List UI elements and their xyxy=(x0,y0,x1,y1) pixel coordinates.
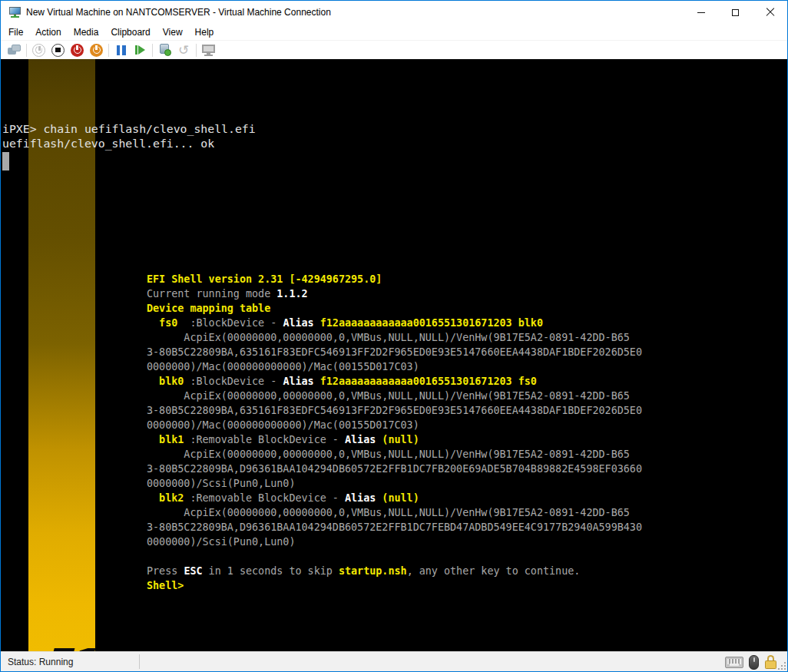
resize-grip[interactable] xyxy=(778,662,786,670)
console-line: 3-80B5C22809BA,635161F83EDFC546913FF2D2F… xyxy=(147,345,642,359)
keyboard-indicator-icon xyxy=(725,657,743,668)
console-line: EFI Shell version 2.31 [-4294967295.0] xyxy=(147,272,642,286)
minimize-button[interactable] xyxy=(684,1,718,24)
ctrl-alt-del-button[interactable] xyxy=(5,41,24,59)
console-line: blk1 :Removable BlockDevice - Alias (nul… xyxy=(147,432,642,447)
reset-button[interactable] xyxy=(131,41,150,59)
close-button[interactable] xyxy=(753,1,787,24)
checkpoint-button[interactable] xyxy=(155,41,174,59)
efi-shell-output: EFI Shell version 2.31 [-4294967295.0]Cu… xyxy=(147,272,642,593)
power-start-icon xyxy=(32,44,45,57)
console-line: 0000000)/Mac(000000000000)/Mac(00155D017… xyxy=(147,418,642,432)
vm-screen[interactable]: iPXE> chain uefiflash/clevo_shell.efiuef… xyxy=(1,59,787,651)
menu-clipboard[interactable]: Clipboard xyxy=(104,25,156,39)
console-line: 3-80B5C22809BA,D96361BAA104294DB60572E2F… xyxy=(147,462,642,476)
console-line: AcpiEx(00000000,00000000,0,VMBus,NULL,NU… xyxy=(147,330,642,345)
pause-button[interactable] xyxy=(111,41,131,59)
console-line: blk2 :Removable BlockDevice - Alias (nul… xyxy=(147,491,642,505)
statusbar-separator xyxy=(139,654,140,669)
maximize-icon xyxy=(732,9,739,16)
turn-off-icon xyxy=(51,44,65,57)
status-text: Status: Running xyxy=(8,657,73,667)
mouse-indicator-icon xyxy=(749,655,759,670)
toolbar-separator xyxy=(26,44,27,57)
close-icon xyxy=(766,8,775,17)
enhanced-session-button[interactable] xyxy=(199,41,218,59)
minimize-icon xyxy=(697,12,705,13)
console-line: AcpiEx(00000000,00000000,0,VMBus,NULL,NU… xyxy=(147,447,642,462)
shut-down-icon xyxy=(71,44,84,57)
shut-down-button[interactable] xyxy=(68,41,87,59)
start-button[interactable] xyxy=(29,41,48,59)
console-line: fs0 :BlockDevice - Alias f12aaaaaaaaaaaa… xyxy=(147,316,642,330)
save-button[interactable] xyxy=(87,41,106,59)
console-line: Shell> xyxy=(147,578,642,593)
toolbar-separator xyxy=(152,44,153,57)
window-title: New Virtual Machine on NANTCOMSERVER - V… xyxy=(26,7,331,18)
console-line: 0000000)/Mac(000000000000)/Mac(00155D017… xyxy=(147,359,642,374)
console-line: AcpiEx(00000000,00000000,0,VMBus,NULL,NU… xyxy=(147,505,642,520)
console-line xyxy=(147,549,642,564)
console-line: 0000000)/Scsi(Pun0,Lun0) xyxy=(147,476,642,491)
ipxe-output: iPXE> chain uefiflash/clevo_shell.efiuef… xyxy=(2,121,256,151)
menu-help[interactable]: Help xyxy=(189,25,220,39)
save-state-icon xyxy=(90,44,103,57)
level51-badge: 51 xyxy=(35,643,94,651)
console-line: blk0 :BlockDevice - Alias f12aaaaaaaaaaa… xyxy=(147,374,642,389)
console-line: 0000000)/Scsi(Pun0,Lun0) xyxy=(147,535,642,549)
ctrl-alt-del-icon xyxy=(8,45,22,55)
console-line: uefiflash/clevo_shell.efi... ok xyxy=(2,136,256,151)
resume-step-icon xyxy=(135,45,146,55)
menu-file[interactable]: File xyxy=(2,25,29,39)
revert-icon: ↻ xyxy=(178,44,189,57)
menu-bar: File Action Media Clipboard View Help xyxy=(1,24,787,40)
enhanced-session-icon xyxy=(202,45,215,56)
maximize-button[interactable] xyxy=(718,1,753,24)
console-line: Current running mode 1.1.2 xyxy=(147,286,642,301)
console-line: 3-80B5C22809BA,D96361BAA104294DB60572E2F… xyxy=(147,520,642,535)
vm-connection-window: New Virtual Machine on NANTCOMSERVER - V… xyxy=(0,0,788,672)
toolbar-separator xyxy=(108,44,109,57)
checkpoint-icon xyxy=(159,44,171,56)
revert-button[interactable]: ↻ xyxy=(174,41,194,59)
console-line: AcpiEx(00000000,00000000,0,VMBus,NULL,NU… xyxy=(147,389,642,403)
console-cursor xyxy=(2,152,9,170)
status-bar: Status: Running xyxy=(1,651,787,671)
console-line: 3-80B5C22809BA,635161F83EDFC546913FF2D2F… xyxy=(147,403,642,418)
console-line: Press ESC in 1 seconds to skip startup.n… xyxy=(147,564,642,578)
menu-view[interactable]: View xyxy=(157,25,189,39)
hyperv-vm-icon xyxy=(8,6,21,18)
lock-icon xyxy=(764,655,776,669)
menu-media[interactable]: Media xyxy=(68,25,105,39)
title-bar[interactable]: New Virtual Machine on NANTCOMSERVER - V… xyxy=(1,1,787,24)
menu-action[interactable]: Action xyxy=(29,25,67,39)
pause-icon xyxy=(117,45,126,55)
console-line: iPXE> chain uefiflash/clevo_shell.efi xyxy=(2,121,256,136)
turn-off-button[interactable] xyxy=(48,41,68,59)
toolbar-separator xyxy=(196,44,197,57)
toolbar: ↻ xyxy=(1,40,787,59)
console-line: Device mapping table xyxy=(147,301,642,316)
